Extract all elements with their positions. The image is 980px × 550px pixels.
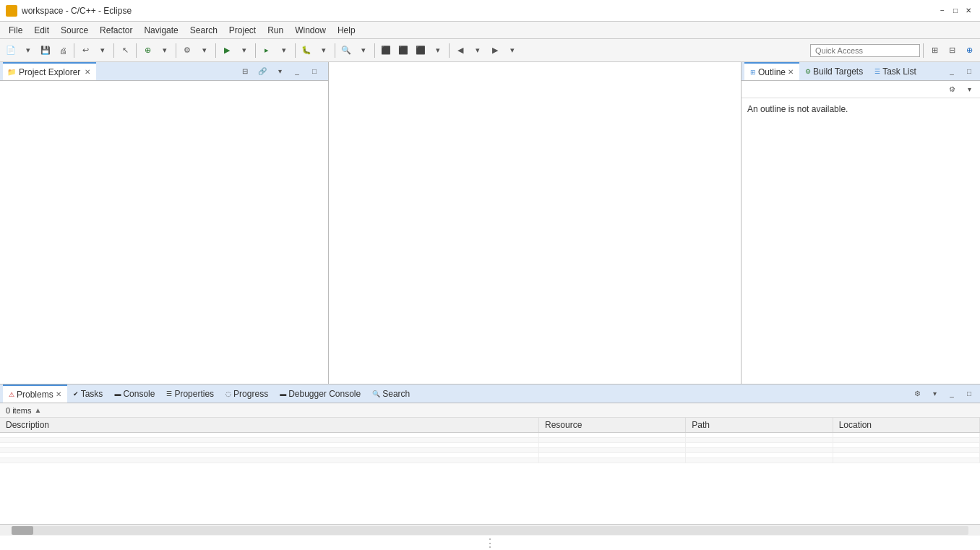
horizontal-scrollbar[interactable] [0, 524, 980, 536]
menu-bar: File Edit Source Refactor Navigate Searc… [0, 22, 980, 39]
items-count: 0 items [6, 406, 31, 415]
menu-navigate[interactable]: Navigate [138, 22, 184, 38]
build-btn[interactable]: ▶ [219, 43, 235, 59]
project-explorer-header: 📁 Project Explorer ✕ ⊟ 🔗 ▾ _ □ [0, 62, 328, 81]
menu-refactor[interactable]: Refactor [94, 22, 138, 38]
minimize-button[interactable]: − [937, 5, 948, 17]
ref-btn1[interactable]: ⚙ [179, 43, 195, 59]
minimize-panel-btn[interactable]: _ [289, 64, 305, 80]
link-editor-btn[interactable]: 🔗 [254, 64, 270, 80]
quick-access-input[interactable] [810, 44, 920, 57]
search-label: Search [382, 389, 410, 399]
maximize-button[interactable]: □ [950, 5, 961, 17]
menu-source[interactable]: Source [55, 22, 94, 38]
build-targets-tab[interactable]: ⚙ Build Targets [799, 62, 869, 80]
right-panel-actions: _ □ [944, 64, 977, 80]
console-tab[interactable]: ▬ Console [108, 384, 160, 403]
run-dropdown[interactable]: ▾ [276, 43, 292, 59]
menu-window[interactable]: Window [289, 22, 332, 38]
bottom-maximize-btn[interactable]: □ [961, 386, 977, 402]
outline-content: An outline is not available. [742, 98, 980, 384]
sep5 [215, 43, 216, 58]
console-label: Console [123, 389, 155, 399]
undo-dropdown[interactable]: ▾ [95, 43, 111, 59]
fwd-dropdown[interactable]: ▾ [504, 43, 520, 59]
undo-button[interactable]: ↩ [77, 43, 93, 59]
outline-icon: ⊞ [750, 69, 756, 76]
new-cpp-btn[interactable]: ⊕ [139, 43, 155, 59]
project-explorer-tab[interactable]: 📁 Project Explorer ✕ [3, 62, 96, 80]
view-menu-btn[interactable]: ▾ [272, 64, 288, 80]
tasks-icon: ✔ [73, 390, 79, 398]
menu-run[interactable]: Run [262, 22, 289, 38]
perspective-btn1[interactable]: ⊞ [927, 43, 942, 59]
console-icon: ▬ [114, 390, 121, 398]
debug-dropdown[interactable]: ▾ [316, 43, 332, 59]
new-cpp-dropdown[interactable]: ▾ [157, 43, 173, 59]
new-button[interactable]: 📄 [3, 43, 19, 59]
ref-btn2[interactable]: ▾ [197, 43, 212, 59]
maximize-panel-btn[interactable]: □ [306, 64, 322, 80]
outline-action-btn[interactable]: ⚙ [944, 82, 960, 98]
collapse-all-btn[interactable]: ⊟ [237, 64, 253, 80]
menu-help[interactable]: Help [332, 22, 361, 38]
close-button[interactable]: ✕ [963, 5, 974, 17]
sep-perspective [923, 43, 924, 58]
window-title: workspace - C/C++ - Eclipse [22, 6, 932, 16]
perspective-btn2[interactable]: ⊟ [944, 43, 960, 59]
bottom-minimize-btn[interactable]: _ [944, 386, 960, 402]
menu-edit[interactable]: Edit [28, 22, 55, 38]
tasks-tab[interactable]: ✔ Tasks [67, 384, 109, 403]
menu-file[interactable]: File [3, 22, 28, 38]
bottom-tabs-bar: ⚠ Problems ✕ ✔ Tasks ▬ Console ☰ Propert… [0, 384, 980, 403]
new-dropdown[interactable]: ▾ [20, 43, 36, 59]
scrollbar-thumb[interactable] [12, 526, 33, 535]
problems-close[interactable]: ✕ [56, 390, 61, 398]
bottom-menu-btn[interactable]: ▾ [927, 386, 942, 402]
table-row [0, 433, 980, 438]
nav-btn4[interactable]: ▾ [430, 43, 446, 59]
project-explorer-close[interactable]: ✕ [83, 68, 92, 76]
table-row [0, 458, 980, 463]
outline-label: Outline [758, 67, 786, 77]
search-dropdown[interactable]: ▾ [356, 43, 371, 59]
workspace: 📁 Project Explorer ✕ ⊟ 🔗 ▾ _ □ ⊞ Outline… [0, 62, 980, 384]
nav-btn1[interactable]: ⬛ [378, 43, 394, 59]
outline-tab[interactable]: ⊞ Outline ✕ [744, 62, 799, 80]
sep1 [74, 43, 74, 58]
resize-handle[interactable]: ⋮ [0, 536, 980, 550]
nav-btn2[interactable]: ⬛ [395, 43, 411, 59]
task-list-tab[interactable]: ☰ Task List [869, 62, 922, 80]
back-btn[interactable]: ◀ [452, 43, 468, 59]
outline-close[interactable]: ✕ [788, 68, 794, 76]
right-panel-maximize[interactable]: □ [961, 64, 977, 80]
progress-tab[interactable]: ◌ Progress [220, 384, 274, 403]
search-tab[interactable]: 🔍 Search [366, 384, 416, 403]
run-btn[interactable]: ▸ [259, 43, 275, 59]
sep2 [113, 43, 114, 58]
build-targets-label: Build Targets [813, 66, 863, 77]
print-button[interactable]: 🖨 [55, 43, 71, 59]
back-dropdown[interactable]: ▾ [470, 43, 486, 59]
col-resource: Resource [539, 418, 686, 433]
toolbar: 📄 ▾ 💾 🖨 ↩ ▾ ↖ ⊕ ▾ ⚙ ▾ ▶ ▾ ▸ ▾ 🐛 ▾ 🔍 ▾ ⬛ … [0, 39, 980, 62]
right-panel-minimize[interactable]: _ [944, 64, 960, 80]
debugger-console-tab[interactable]: ▬ Debugger Console [274, 384, 366, 403]
perspective-btn3[interactable]: ⊕ [961, 43, 977, 59]
debug-btn[interactable]: 🐛 [298, 43, 314, 59]
cursor-button[interactable]: ↖ [117, 43, 133, 59]
build-dropdown[interactable]: ▾ [236, 43, 252, 59]
scrollbar-track[interactable] [12, 526, 968, 535]
progress-label: Progress [233, 389, 268, 399]
bottom-action-btn[interactable]: ⚙ [909, 386, 925, 402]
menu-search[interactable]: Search [184, 22, 223, 38]
fwd-btn[interactable]: ▶ [487, 43, 503, 59]
outline-menu-btn[interactable]: ▾ [961, 82, 977, 98]
col-path: Path [686, 418, 833, 433]
search-btn[interactable]: 🔍 [338, 43, 354, 59]
save-button[interactable]: 💾 [38, 43, 53, 59]
problems-tab[interactable]: ⚠ Problems ✕ [3, 384, 67, 403]
properties-tab[interactable]: ☰ Properties [160, 384, 220, 403]
menu-project[interactable]: Project [223, 22, 262, 38]
nav-btn3[interactable]: ⬛ [413, 43, 429, 59]
